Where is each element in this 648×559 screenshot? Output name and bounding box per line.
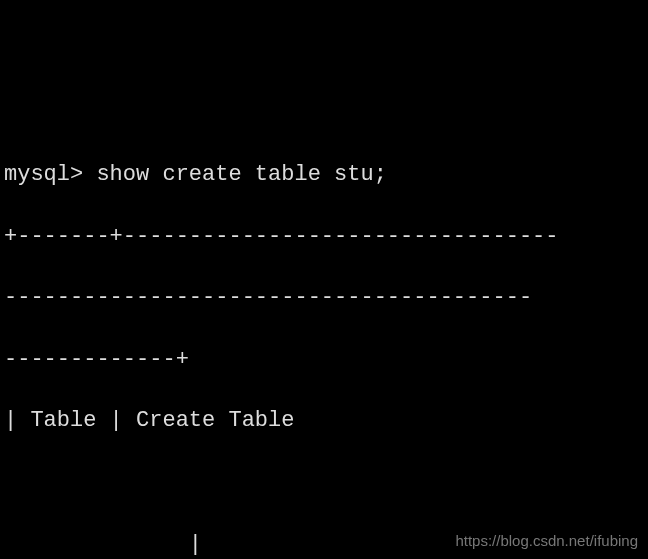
table-header: | Table | Create Table <box>4 406 644 437</box>
table-border: ---------------------------------------- <box>4 283 644 314</box>
empty-line <box>4 468 644 499</box>
terminal-output: mysql> show create table stu; +-------+-… <box>4 129 644 559</box>
table-border: -------------+ <box>4 345 644 376</box>
sql-prompt-line: mysql> show create table stu; <box>4 160 644 191</box>
table-border: +-------+-------------------------------… <box>4 222 644 253</box>
watermark-text: https://blog.csdn.net/ifubing <box>455 530 638 551</box>
